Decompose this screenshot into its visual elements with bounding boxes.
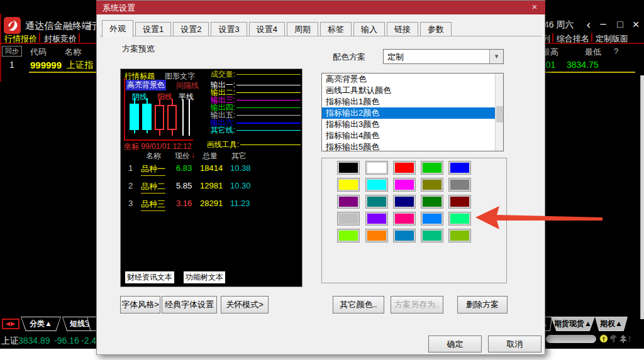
col-header-low[interactable]: 最低 bbox=[585, 46, 601, 58]
col-header-name[interactable]: 名称 bbox=[65, 46, 81, 58]
font-style-button[interactable]: 字体风格> bbox=[120, 296, 160, 314]
tab-links[interactable]: 链接 bbox=[387, 22, 418, 36]
ok-button[interactable]: 确定 bbox=[428, 335, 482, 352]
list-item[interactable]: 指标输出4颜色 bbox=[322, 130, 503, 141]
stock-name[interactable]: 上证指 bbox=[67, 60, 93, 71]
status-index-value: 3834.89 bbox=[18, 335, 50, 346]
color-swatch[interactable] bbox=[338, 178, 359, 191]
close-icon[interactable]: × bbox=[629, 18, 643, 31]
minimize-icon[interactable]: − bbox=[596, 18, 610, 31]
preview-col-other: 其它 bbox=[231, 151, 247, 161]
preview-col-name: 名称 bbox=[146, 151, 161, 161]
scheme-preview: 行情标题 图形文字 高亮背景色 间隔线 阴线 阳线 平线 坐标 99/01/01… bbox=[120, 68, 303, 287]
color-swatch[interactable] bbox=[421, 229, 443, 242]
color-swatch[interactable] bbox=[421, 212, 443, 225]
color-swatch[interactable] bbox=[421, 178, 443, 191]
chevron-down-icon[interactable]: ▾ bbox=[489, 50, 503, 63]
color-swatch[interactable] bbox=[449, 229, 470, 242]
preview-axis-horizontal bbox=[124, 139, 193, 141]
color-swatch[interactable] bbox=[338, 229, 359, 242]
list-item[interactable]: 指标输出3颜色 bbox=[322, 119, 503, 130]
color-swatch[interactable] bbox=[366, 178, 387, 191]
preview-line-row: 画线工具: bbox=[200, 141, 301, 149]
color-palette bbox=[321, 158, 507, 283]
care-mode-button[interactable]: 关怀模式> bbox=[221, 296, 269, 314]
color-swatch[interactable] bbox=[338, 195, 359, 208]
sort-arrow-icon: ↓ bbox=[191, 151, 195, 160]
list-item[interactable]: 指标输出5颜色 bbox=[322, 141, 503, 151]
sync-toggle[interactable]: 同步 bbox=[2, 46, 22, 57]
preview-row-volume: 28291 bbox=[200, 199, 223, 208]
preview-news-text-box: 财经资讯文本 bbox=[125, 271, 174, 283]
bottom-tab-category[interactable]: 分类▲ bbox=[21, 317, 61, 331]
other-colors-button[interactable]: 其它颜色.. bbox=[333, 296, 384, 314]
list-item[interactable]: 画线工具默认颜色 bbox=[322, 85, 503, 96]
vertical-scrollbar[interactable] bbox=[640, 75, 644, 319]
preview-grid-line: 间隔线 bbox=[176, 80, 199, 91]
nav-divider bbox=[591, 33, 592, 42]
cancel-button[interactable]: 取消 bbox=[488, 335, 541, 352]
bottom-tab-futures-spot[interactable]: 期货现货▲ bbox=[551, 317, 595, 331]
color-swatch[interactable] bbox=[338, 161, 359, 174]
back-icon[interactable]: ‹ bbox=[582, 18, 596, 31]
stock-code[interactable]: 999999 bbox=[30, 60, 62, 70]
color-swatch[interactable] bbox=[421, 161, 443, 174]
preview-highlight-bg: 高亮背景色 bbox=[126, 80, 166, 90]
color-swatch[interactable] bbox=[394, 229, 415, 242]
col-header-question[interactable]: ? bbox=[614, 46, 618, 56]
screen: 通达信金融终端 行 :46 周六 ‹ − □ × 行情报价 封板竞价 列 综合排… bbox=[0, 0, 644, 360]
classic-font-button[interactable]: 经典字体设置 bbox=[162, 296, 217, 314]
preview-row-other: 10.30 bbox=[230, 181, 251, 190]
dialog-close-icon[interactable]: × bbox=[529, 1, 540, 12]
color-swatch[interactable] bbox=[394, 178, 415, 191]
delete-scheme-button[interactable]: 删除方案 bbox=[457, 296, 508, 314]
tab-labels[interactable]: 标签 bbox=[320, 22, 352, 36]
tab-settings4[interactable]: 设置4 bbox=[249, 22, 285, 36]
tab-strip-baseline bbox=[100, 36, 542, 36]
tab-input[interactable]: 输入 bbox=[353, 22, 385, 36]
color-swatch[interactable] bbox=[449, 212, 470, 225]
coin-icon[interactable] bbox=[599, 334, 608, 346]
tab-settings3[interactable]: 设置3 bbox=[211, 22, 247, 36]
list-scrollbar-thumb[interactable] bbox=[496, 106, 503, 123]
color-swatch[interactable] bbox=[338, 212, 359, 225]
save-scheme-as-button[interactable]: 方案另存为.. bbox=[391, 296, 443, 314]
color-swatch[interactable] bbox=[366, 161, 387, 174]
color-swatch[interactable] bbox=[366, 229, 387, 242]
color-swatch[interactable] bbox=[449, 178, 470, 191]
color-swatch[interactable] bbox=[394, 195, 415, 208]
col-header-code[interactable]: 代码 bbox=[30, 46, 47, 58]
down-candle bbox=[142, 104, 152, 130]
list-item-selected[interactable]: 指标输出2颜色 bbox=[322, 107, 503, 119]
preview-row-volume: 12981 bbox=[200, 181, 223, 190]
color-swatch[interactable] bbox=[366, 195, 387, 208]
maximize-icon[interactable]: □ bbox=[613, 19, 627, 30]
list-scrollbar[interactable] bbox=[495, 74, 503, 151]
tab-settings1[interactable]: 设置1 bbox=[135, 22, 171, 36]
color-item-list: 高亮背景色 画线工具默认颜色 指标输出1颜色 指标输出2颜色 指标输出3颜色 指… bbox=[321, 73, 504, 151]
tab-period[interactable]: 周期 bbox=[287, 22, 318, 36]
color-swatch[interactable] bbox=[394, 161, 415, 174]
bottom-tab-options[interactable]: 期权▲ bbox=[595, 317, 628, 331]
status-index-pct: -2.4 bbox=[81, 335, 96, 346]
scheme-label: 配色方案 bbox=[333, 52, 365, 63]
status-progress-pill bbox=[546, 335, 596, 343]
tab-settings2[interactable]: 设置2 bbox=[173, 22, 209, 36]
color-swatch[interactable] bbox=[421, 195, 443, 208]
color-swatch[interactable] bbox=[366, 212, 387, 225]
signal-tree-icon[interactable] bbox=[619, 334, 628, 346]
preview-row-price: 3.16 bbox=[176, 199, 192, 208]
color-swatch[interactable] bbox=[449, 161, 470, 174]
color-swatch[interactable] bbox=[394, 212, 415, 225]
color-swatch[interactable] bbox=[449, 195, 470, 208]
preview-flat-label: 平线 bbox=[179, 92, 194, 102]
list-item[interactable]: 指标输出1颜色 bbox=[322, 96, 503, 107]
tab-appearance[interactable]: 外观 bbox=[102, 20, 133, 37]
list-item[interactable]: 高亮背景色 bbox=[322, 74, 503, 85]
satellite-icon[interactable] bbox=[609, 334, 618, 346]
preview-row-name: 品种二 bbox=[141, 181, 165, 194]
scheme-dropdown[interactable]: 定制 ▾ bbox=[383, 49, 504, 64]
alert-icon[interactable]: ! bbox=[628, 334, 631, 344]
tab-params[interactable]: 参数 bbox=[420, 22, 452, 36]
tab-scroll-arrows-icon[interactable]: ◀▶ bbox=[2, 319, 19, 329]
